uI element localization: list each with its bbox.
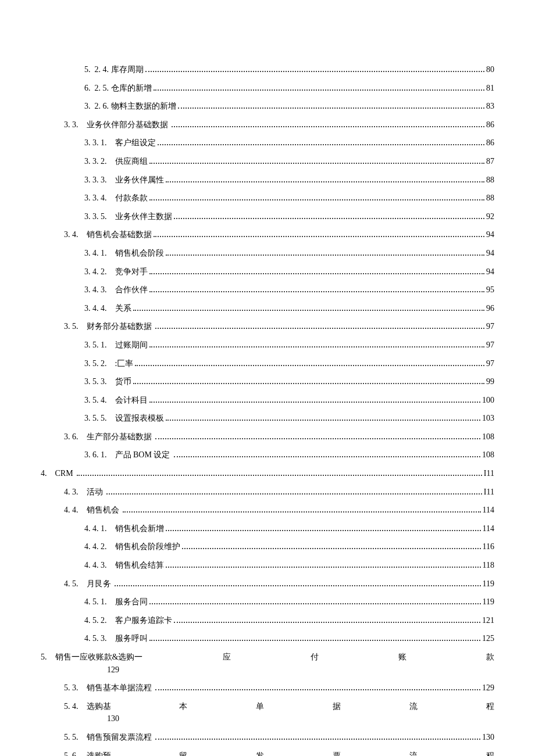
toc-entry-segment: 程	[486, 750, 494, 756]
toc-page-number: 130	[482, 732, 494, 743]
toc-dots	[133, 378, 485, 384]
toc-dots	[158, 139, 485, 145]
toc-entry-label: 4. CRM	[41, 468, 75, 479]
toc-entry: 3. 6. 1. 产品 BOM 设定 108	[84, 449, 494, 461]
toc-dots	[166, 250, 485, 256]
toc-entry-continuation-number: 130	[107, 713, 494, 725]
toc-entry: 3. 4. 1. 销售机会阶段94	[84, 248, 494, 259]
toc-dots	[106, 488, 482, 494]
toc-entry-justified-line: 5. 4. 选购基本单据流程	[64, 701, 494, 712]
toc-dots	[166, 525, 481, 531]
toc-entry-label: 3. 3. 1. 客户组设定	[84, 137, 156, 149]
toc-page-number: 83	[486, 101, 494, 112]
toc-entry-label: 3. 5. 财务部分基础数据	[64, 321, 154, 332]
toc-entry-segment: 发	[256, 750, 264, 756]
toc-page-number: 97	[486, 358, 494, 370]
toc-dots	[155, 734, 480, 740]
toc-entry: 4. CRM I11	[41, 468, 494, 479]
toc-entry-label: 5. 3. 销售基本单据流程	[64, 682, 154, 694]
toc-dots	[149, 342, 485, 347]
toc-page-number: 108	[482, 449, 494, 461]
toc-dots	[115, 580, 481, 586]
toc-page: 5. 2. 4. 库存周期806. 2. 5. 仓库的新增813. 2. 6. …	[0, 0, 535, 756]
toc-entry-segment: 5. 4. 选购基	[64, 701, 111, 712]
toc-entry-label: 3. 3. 业务伙伴部分基础数据	[64, 119, 170, 131]
toc-entry-segment: 流	[409, 750, 418, 756]
toc-page-number: I11	[484, 468, 494, 479]
toc-entry-segment: 应	[223, 651, 231, 663]
toc-entry-justified: 5. 4. 选购基本单据流程130	[41, 701, 494, 725]
toc-entry: 3. 3. 1. 客户组设定86	[84, 137, 494, 149]
toc-entry: 5. 3. 销售基本单据流程 129	[64, 682, 494, 694]
toc-dots	[182, 543, 481, 549]
toc-page-number: 86	[486, 137, 494, 149]
toc-entry-segment: 款	[486, 651, 494, 663]
toc-entry: 3. 3. 业务伙伴部分基础数据 86	[64, 119, 494, 131]
toc-entry-label: 6. 2. 5. 仓库的新增	[84, 83, 152, 94]
toc-entry-segment: 付	[311, 651, 319, 663]
toc-entry-label: 3. 5. 1. 过账期间	[84, 339, 148, 351]
toc-entry: 3. 4. 销售机会基础数据94	[64, 229, 494, 241]
toc-page-number: 94	[486, 266, 494, 278]
toc-entry: 4. 4. 1. 销售机会新增114	[84, 523, 494, 535]
toc-entry-label: 3. 4. 2. 竞争对手	[84, 266, 148, 278]
toc-entry-label: 4. 4. 销售机会	[64, 504, 121, 516]
toc-entry-justified: 5. 6. 选购预留发票流程131	[41, 750, 494, 756]
toc-entry: 4. 4. 2. 销售机会阶段维护116	[84, 541, 494, 553]
toc-dots	[166, 562, 481, 568]
toc-entry: 3. 3. 5. 业务伙伴主数据92	[84, 211, 494, 223]
toc-dots	[154, 231, 485, 237]
toc-dots	[77, 470, 482, 476]
toc-entry: 3. 5. 3. 货币99	[84, 376, 494, 388]
toc-entry-label: 3. 5. 4. 会计科目	[84, 395, 148, 406]
toc-dots	[149, 195, 485, 200]
toc-page-number: 81	[486, 83, 494, 94]
toc-dots	[149, 158, 485, 164]
toc-entry: 3. 5. 财务部分基础数据 97	[64, 321, 494, 332]
toc-dots	[149, 286, 485, 292]
toc-entry-label: 3. 5. 2. :匚率	[84, 358, 133, 370]
toc-dots	[145, 66, 485, 72]
toc-dots	[149, 599, 481, 604]
toc-entry-label: 3. 5. 5. 设置报表模板	[84, 413, 164, 424]
toc-entry: 4. 5. 月艮务 119	[64, 578, 494, 590]
toc-entry-segment: 据	[333, 701, 341, 712]
toc-page-number: 103	[482, 413, 494, 424]
toc-page-number: 94	[486, 229, 494, 241]
toc-page-number: 94	[486, 248, 494, 259]
toc-dots	[174, 617, 481, 622]
toc-entry-label: 5. 2. 4. 库存周期	[84, 64, 144, 76]
toc-dots	[155, 685, 480, 690]
toc-page-number: 114	[483, 504, 494, 516]
toc-page-number: 119	[483, 578, 494, 590]
toc-entry-label: 4. 5. 2. 客户服务追踪卡	[84, 615, 172, 626]
toc-page-number: 97	[486, 321, 494, 332]
toc-dots	[155, 323, 484, 329]
toc-entry: 5. 5. 销售预留发票流程 130	[64, 732, 494, 743]
toc-page-number: 88	[486, 174, 494, 186]
toc-entry-label: 3. 4. 3. 合作伙伴	[84, 284, 148, 296]
toc-page-number: 119	[483, 596, 494, 608]
toc-page-number: 88	[486, 192, 494, 204]
toc-entry-label: 3. 3. 3. 业务伙伴属性	[84, 174, 164, 186]
toc-dots	[149, 635, 481, 641]
toc-entry: 3. 3. 2. 供应商组87	[84, 156, 494, 167]
toc-page-number: 92	[486, 211, 494, 223]
toc-dots	[166, 415, 481, 421]
toc-dots	[135, 360, 484, 366]
toc-dots	[149, 268, 485, 274]
toc-entry-label: 4. 4. 3. 销售机会结算	[84, 560, 164, 571]
toc-entry-label: 4. 5. 月艮务	[64, 578, 113, 590]
toc-entry-justified-line: 5. 6. 选购预留发票流程	[64, 750, 494, 756]
toc-entry-label: 4. 5. 1. 服务合同	[84, 596, 148, 608]
toc-entry-segment: 留	[179, 750, 187, 756]
toc-entry-label: 3. 6. 生产部分基础数据	[64, 431, 154, 443]
toc-entry: 4. 5. 3. 服务呼叫125	[84, 633, 494, 644]
toc-entry: 4. 4. 3. 销售机会结算118	[84, 560, 494, 571]
toc-page-number: 95	[486, 284, 494, 296]
toc-dots	[149, 396, 481, 402]
toc-page-number: 118	[483, 560, 494, 571]
toc-entry-label: 3. 6. 1. 产品 BOM 设定	[84, 449, 172, 461]
toc-entry-justified-line: 5. 销售一应收账款&选购一应付账款	[41, 651, 494, 663]
toc-dots	[174, 213, 485, 218]
